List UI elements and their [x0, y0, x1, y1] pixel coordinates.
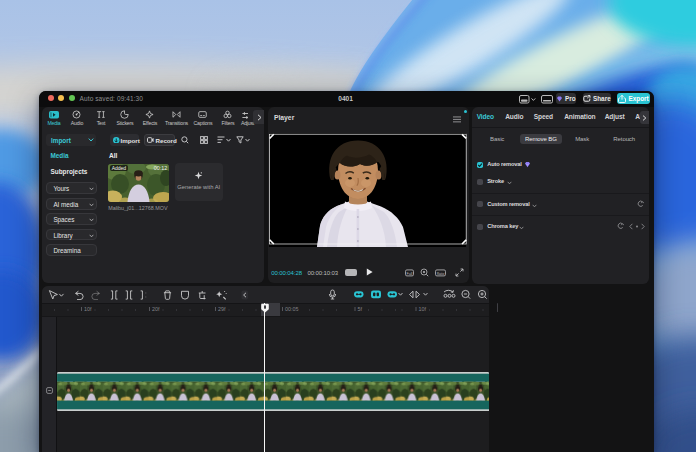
svg-text:Ratio: Ratio: [437, 271, 445, 275]
svg-text:Full: Full: [407, 271, 413, 275]
